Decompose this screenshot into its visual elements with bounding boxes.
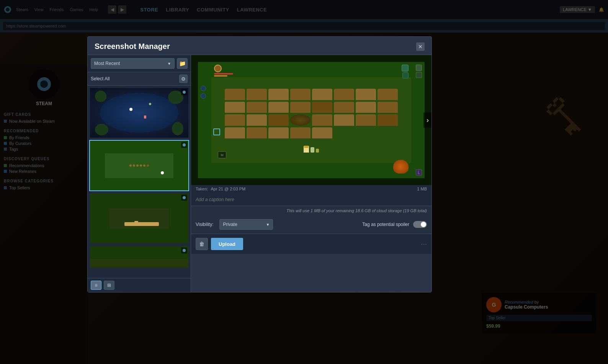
thumbnail-item-1[interactable] bbox=[89, 87, 189, 138]
select-all-button[interactable]: Select All bbox=[91, 76, 110, 81]
modal-footer: 🗑 Upload ⋯ bbox=[191, 234, 431, 254]
select-all-bar: Select All ⚙ bbox=[88, 72, 191, 86]
sort-dropdown[interactable]: Most Recent ▼ bbox=[91, 58, 175, 69]
visibility-row: Visibility: Private ▼ Tag as potential s… bbox=[191, 215, 431, 234]
screenshot-manager-modal: Screenshot Manager ✕ Most Recent ▼ 📁 Sel… bbox=[87, 36, 432, 292]
preview-panel: M L bbox=[191, 55, 431, 292]
taken-date: Taken: Apr 21 @ 2:03 PM bbox=[196, 187, 245, 191]
spoiler-toggle[interactable] bbox=[413, 221, 427, 228]
svg-point-4 bbox=[183, 91, 186, 94]
svg-point-5 bbox=[183, 143, 186, 146]
preview-scene: M L bbox=[191, 55, 431, 185]
visibility-chevron-icon: ▼ bbox=[266, 223, 270, 227]
file-size: 1 MB bbox=[417, 187, 427, 191]
thumb-img-4 bbox=[90, 246, 188, 268]
upload-button[interactable]: Upload bbox=[211, 238, 243, 250]
visibility-dropdown[interactable]: Private ▼ bbox=[219, 219, 273, 230]
caption-input[interactable] bbox=[196, 197, 427, 202]
thumbnail-panel: Most Recent ▼ 📁 Select All ⚙ bbox=[88, 55, 191, 292]
sort-selected-value: Most Recent bbox=[94, 61, 120, 66]
list-view-icon: ≡ bbox=[95, 283, 97, 288]
modal-header: Screenshot Manager ✕ bbox=[88, 37, 431, 55]
dots-icon: ⋯ bbox=[421, 240, 427, 248]
grid-view-icon: ⊞ bbox=[107, 283, 111, 288]
thumb-img-1 bbox=[90, 88, 188, 138]
toggle-knob bbox=[421, 222, 426, 227]
trash-icon: 🗑 bbox=[199, 241, 204, 247]
thumbnail-list[interactable] bbox=[88, 86, 191, 278]
visibility-label: Visibility: bbox=[196, 222, 213, 227]
grid-view-button[interactable]: ⊞ bbox=[104, 281, 114, 290]
modal-body: Most Recent ▼ 📁 Select All ⚙ bbox=[88, 55, 431, 292]
modal-title: Screenshot Manager bbox=[95, 42, 170, 51]
thumbnail-item-2[interactable] bbox=[89, 140, 189, 191]
modal-close-button[interactable]: ✕ bbox=[416, 42, 425, 51]
thumb-3-overlay bbox=[181, 195, 187, 201]
thumbnail-item-4[interactable] bbox=[89, 245, 189, 268]
thumb-controls: Most Recent ▼ 📁 bbox=[88, 55, 191, 72]
thumbnail-item-3[interactable] bbox=[89, 193, 189, 244]
thumb-bottom-bar: ≡ ⊞ bbox=[88, 278, 191, 292]
thumb-2-overlay bbox=[181, 142, 187, 148]
thumb-4-overlay bbox=[181, 247, 187, 253]
spoiler-label: Tag as potential spoiler bbox=[362, 222, 409, 227]
svg-point-6 bbox=[183, 196, 186, 199]
thumb-img-3 bbox=[90, 193, 188, 243]
svg-point-7 bbox=[183, 249, 186, 252]
preview-next-arrow[interactable]: › bbox=[423, 112, 431, 128]
delete-button[interactable]: 🗑 bbox=[196, 238, 208, 250]
folder-icon: 📁 bbox=[179, 60, 186, 67]
folder-button[interactable]: 📁 bbox=[177, 58, 188, 69]
storage-info: This will use 1 MB of your remaining 18.… bbox=[191, 206, 431, 215]
visibility-selected: Private bbox=[223, 222, 237, 227]
spoiler-row: Tag as potential spoiler bbox=[362, 221, 427, 228]
gear-button[interactable]: ⚙ bbox=[179, 75, 188, 83]
thumb-1-overlay bbox=[181, 89, 187, 95]
caption-area bbox=[191, 193, 431, 206]
gear-icon: ⚙ bbox=[181, 76, 186, 82]
preview-main-image: M L bbox=[191, 55, 431, 185]
preview-image-container: M L bbox=[191, 55, 431, 185]
sort-chevron-icon: ▼ bbox=[167, 62, 171, 66]
list-view-button[interactable]: ≡ bbox=[91, 281, 101, 290]
preview-info-bar: Taken: Apr 21 @ 2:03 PM 1 MB bbox=[191, 185, 431, 193]
thumb-img-2 bbox=[90, 141, 188, 190]
